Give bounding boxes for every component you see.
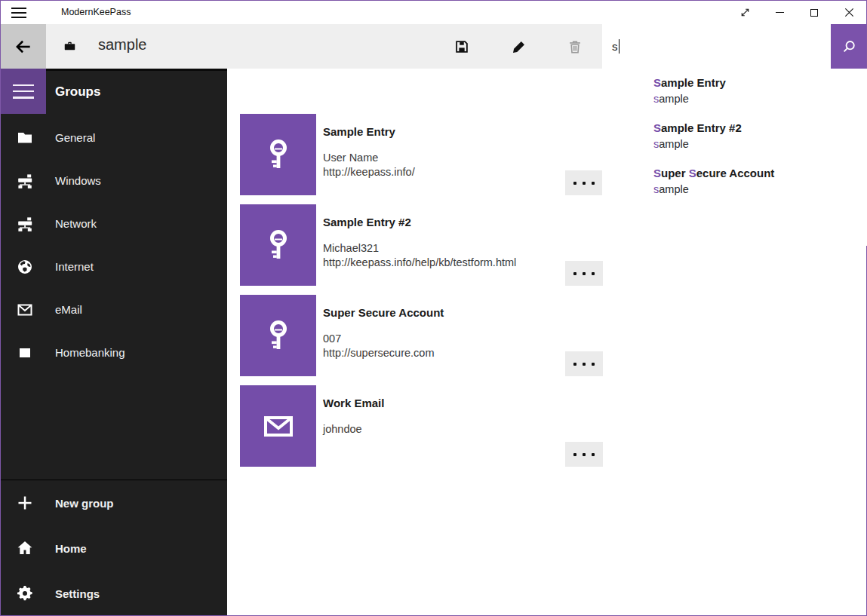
magnifier-icon	[841, 38, 857, 55]
window-controls	[727, 1, 866, 24]
ellipsis-icon	[573, 182, 576, 185]
fullscreen-button[interactable]	[727, 1, 762, 24]
sidebar: Groups General Windows Network Internet …	[1, 69, 227, 615]
entry-text: Super Secure Account 007 http://supersec…	[323, 295, 444, 359]
ellipsis-icon	[573, 272, 576, 275]
entry-url: http://keepass.info/	[323, 166, 415, 178]
suggestion-title: Super Secure Account	[653, 166, 867, 181]
entry-more-button[interactable]	[565, 351, 603, 376]
key-icon	[260, 227, 297, 263]
sidebar-item-home[interactable]: Home	[1, 526, 227, 571]
entry-username: Michael321	[323, 242, 516, 254]
search-suggestion-item[interactable]: Super Secure Account sample	[653, 166, 867, 211]
sidebar-item-label: Homebanking	[55, 346, 125, 359]
entry-more-button[interactable]	[565, 442, 603, 467]
close-button[interactable]	[832, 1, 866, 24]
command-bar: sample s	[1, 24, 866, 69]
match-highlight: S	[689, 167, 696, 179]
app-title: ModernKeePass	[61, 7, 131, 17]
plus-icon	[16, 494, 34, 512]
maximize-button[interactable]	[797, 1, 832, 24]
entry-text: Sample Entry #2 Michael321 http://keepas…	[323, 204, 516, 268]
sidebar-item-label: Home	[55, 542, 87, 555]
entry-row[interactable]: Work Email johndoe	[227, 385, 866, 476]
database-title: sample	[98, 36, 146, 54]
entry-username: User Name	[323, 152, 415, 164]
globe-icon	[16, 258, 34, 276]
back-button[interactable]	[1, 24, 46, 69]
edit-button[interactable]	[502, 24, 536, 69]
suggestion-subtitle: sample	[653, 136, 867, 152]
entry-tile[interactable]	[240, 114, 316, 195]
entry-more-button[interactable]	[565, 261, 603, 286]
sidebar-item-label: General	[55, 131, 95, 144]
suggestion-subtitle: sample	[653, 91, 867, 106]
pencil-icon	[511, 38, 527, 55]
sidebar-item-network[interactable]: Network	[1, 202, 227, 245]
sidebar-footer: New group Home Settings	[1, 480, 227, 616]
sidebar-item-label: Settings	[55, 587, 100, 600]
search-suggestions: Sample Entry sample Sample Entry #2 samp…	[602, 69, 867, 246]
key-icon	[260, 317, 297, 354]
sidebar-item-label: Windows	[55, 174, 101, 187]
search-suggestion-item[interactable]: Sample Entry sample	[653, 75, 867, 121]
entry-title: Sample Entry #2	[323, 216, 516, 228]
suggestion-title: Sample Entry	[653, 75, 867, 90]
sidebar-item-general[interactable]: General	[1, 116, 227, 159]
minimize-button[interactable]	[762, 1, 797, 24]
entry-title: Super Secure Account	[323, 306, 444, 319]
entry-tile[interactable]	[240, 204, 316, 286]
sidebar-hamburger-button[interactable]	[1, 69, 46, 114]
search-input[interactable]: s	[602, 24, 831, 69]
entry-more-button[interactable]	[565, 170, 603, 195]
sidebar-item-label: Internet	[55, 260, 94, 273]
folder-icon	[16, 129, 34, 147]
gear-icon	[16, 584, 34, 602]
sidebar-item-label: eMail	[55, 303, 82, 316]
entry-row[interactable]: Super Secure Account 007 http://supersec…	[227, 295, 866, 385]
match-highlight: S	[653, 76, 661, 89]
envelope-icon	[260, 408, 297, 444]
app-window: ModernKeePass sample s Groups General Wi…	[0, 0, 867, 616]
entry-url: http://supersecure.com	[323, 347, 444, 359]
ellipsis-icon	[573, 363, 576, 366]
trash-icon	[567, 38, 583, 55]
sidebar-top-divider	[46, 69, 227, 71]
maximize-icon	[810, 9, 818, 17]
text-caret	[619, 39, 620, 54]
entry-username: johndoe	[323, 423, 384, 435]
briefcase-icon	[63, 39, 77, 54]
network-icon	[16, 172, 34, 190]
entry-title: Sample Entry	[323, 125, 415, 138]
sidebar-item-label: Network	[55, 217, 97, 230]
groups-list: General Windows Network Internet eMail H…	[1, 116, 227, 374]
sidebar-item-label: New group	[55, 497, 114, 510]
hamburger-icon	[13, 84, 34, 99]
sidebar-item-settings[interactable]: Settings	[1, 571, 227, 616]
network-icon	[16, 215, 34, 233]
delete-button[interactable]	[558, 24, 592, 69]
match-highlight: S	[653, 121, 661, 134]
sidebar-item-homebanking[interactable]: Homebanking	[1, 331, 227, 374]
suggestion-title: Sample Entry #2	[653, 121, 867, 136]
titlebar-hamburger-icon	[11, 8, 26, 18]
close-icon	[844, 7, 855, 18]
save-button[interactable]	[444, 24, 479, 69]
ellipsis-icon	[573, 453, 576, 456]
entry-text: Work Email johndoe	[323, 385, 384, 435]
sidebar-item-email[interactable]: eMail	[1, 288, 227, 331]
entry-text: Sample Entry User Name http://keepass.in…	[323, 114, 415, 178]
back-arrow-icon	[14, 37, 33, 57]
entry-url: http://keepass.info/help/kb/testform.htm…	[323, 256, 516, 268]
search-suggestion-item[interactable]: Sample Entry #2 sample	[653, 121, 867, 166]
search-button[interactable]	[831, 24, 866, 69]
sidebar-item-internet[interactable]: Internet	[1, 245, 227, 288]
sidebar-item-windows[interactable]: Windows	[1, 159, 227, 202]
entry-tile[interactable]	[240, 385, 316, 467]
sidebar-item-new-group[interactable]: New group	[1, 480, 227, 526]
entry-title: Work Email	[323, 397, 384, 409]
minimize-icon	[776, 12, 784, 13]
mail-icon	[16, 301, 34, 319]
title-bar: ModernKeePass	[1, 1, 866, 24]
entry-tile[interactable]	[240, 295, 316, 376]
